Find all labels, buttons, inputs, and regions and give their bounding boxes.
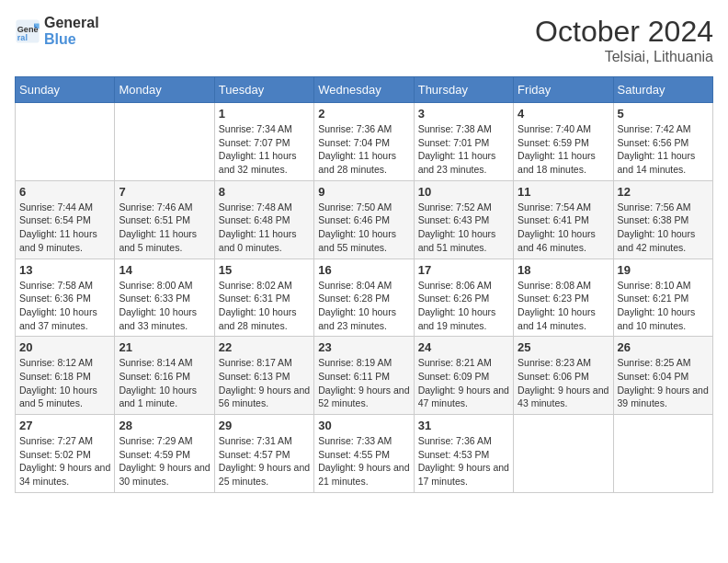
weekday-sunday: Sunday <box>16 77 115 103</box>
day-number: 11 <box>518 185 609 199</box>
day-number: 16 <box>318 263 409 277</box>
day-info: Sunrise: 7:38 AMSunset: 7:01 PMDaylight:… <box>418 122 509 177</box>
day-number: 10 <box>418 185 509 199</box>
calendar-cell: 4Sunrise: 7:40 AMSunset: 6:59 PMDaylight… <box>514 103 613 181</box>
logo-text-general: General <box>44 15 99 31</box>
weekday-header-row: SundayMondayTuesdayWednesdayThursdayFrid… <box>16 77 713 103</box>
day-number: 29 <box>219 419 310 432</box>
calendar-cell: 10Sunrise: 7:52 AMSunset: 6:43 PMDayligh… <box>414 180 513 259</box>
day-info: Sunrise: 8:12 AMSunset: 6:18 PMDaylight:… <box>19 356 110 410</box>
page-header: Gene ral General Blue October 2024 Telsi… <box>15 15 713 65</box>
day-number: 31 <box>418 419 509 432</box>
day-number: 26 <box>618 340 709 354</box>
day-info: Sunrise: 7:36 AMSunset: 7:04 PMDaylight:… <box>318 122 409 177</box>
day-info: Sunrise: 7:44 AMSunset: 6:54 PMDaylight:… <box>19 201 110 255</box>
day-info: Sunrise: 8:19 AMSunset: 6:11 PMDaylight:… <box>318 356 409 410</box>
day-number: 1 <box>219 107 310 121</box>
calendar-cell <box>16 103 115 181</box>
weekday-saturday: Saturday <box>613 77 712 103</box>
weekday-friday: Friday <box>514 77 613 103</box>
calendar-cell <box>613 415 712 493</box>
day-number: 8 <box>219 185 310 199</box>
logo-text-blue: Blue <box>44 31 99 48</box>
calendar-cell: 19Sunrise: 8:10 AMSunset: 6:21 PMDayligh… <box>613 259 712 337</box>
calendar-cell: 11Sunrise: 7:54 AMSunset: 6:41 PMDayligh… <box>514 180 613 259</box>
day-info: Sunrise: 8:21 AMSunset: 6:09 PMDaylight:… <box>418 356 509 410</box>
calendar-table: SundayMondayTuesdayWednesdayThursdayFrid… <box>15 76 713 493</box>
calendar-cell: 3Sunrise: 7:38 AMSunset: 7:01 PMDaylight… <box>414 103 513 181</box>
calendar-cell: 16Sunrise: 8:04 AMSunset: 6:28 PMDayligh… <box>314 259 414 337</box>
calendar-cell: 2Sunrise: 7:36 AMSunset: 7:04 PMDaylight… <box>314 103 414 181</box>
day-number: 6 <box>19 185 110 199</box>
day-info: Sunrise: 8:14 AMSunset: 6:16 PMDaylight:… <box>119 356 210 410</box>
day-number: 9 <box>318 185 409 199</box>
day-info: Sunrise: 7:50 AMSunset: 6:46 PMDaylight:… <box>318 201 409 255</box>
calendar-cell: 7Sunrise: 7:46 AMSunset: 6:51 PMDaylight… <box>115 180 214 259</box>
day-number: 20 <box>19 340 110 354</box>
day-info: Sunrise: 7:46 AMSunset: 6:51 PMDaylight:… <box>119 201 210 255</box>
day-info: Sunrise: 7:54 AMSunset: 6:41 PMDaylight:… <box>518 201 609 255</box>
calendar-cell: 26Sunrise: 8:25 AMSunset: 6:04 PMDayligh… <box>613 337 712 415</box>
weekday-wednesday: Wednesday <box>314 77 414 103</box>
day-info: Sunrise: 7:31 AMSunset: 4:57 PMDaylight:… <box>219 434 310 488</box>
logo-icon: Gene ral <box>15 18 40 44</box>
day-number: 14 <box>119 263 210 277</box>
day-number: 3 <box>418 107 509 121</box>
week-row-1: 1Sunrise: 7:34 AMSunset: 7:07 PMDaylight… <box>16 103 713 181</box>
day-info: Sunrise: 8:23 AMSunset: 6:06 PMDaylight:… <box>518 356 609 410</box>
day-number: 7 <box>119 185 210 199</box>
weekday-tuesday: Tuesday <box>214 77 313 103</box>
day-info: Sunrise: 8:08 AMSunset: 6:23 PMDaylight:… <box>518 279 609 333</box>
day-info: Sunrise: 7:52 AMSunset: 6:43 PMDaylight:… <box>418 201 509 255</box>
calendar-cell: 8Sunrise: 7:48 AMSunset: 6:48 PMDaylight… <box>214 180 313 259</box>
day-info: Sunrise: 7:56 AMSunset: 6:38 PMDaylight:… <box>618 201 709 255</box>
calendar-body: 1Sunrise: 7:34 AMSunset: 7:07 PMDaylight… <box>16 103 713 493</box>
week-row-4: 20Sunrise: 8:12 AMSunset: 6:18 PMDayligh… <box>16 337 713 415</box>
day-number: 17 <box>418 263 509 277</box>
calendar-cell: 9Sunrise: 7:50 AMSunset: 6:46 PMDaylight… <box>314 180 414 259</box>
week-row-3: 13Sunrise: 7:58 AMSunset: 6:36 PMDayligh… <box>16 259 713 337</box>
day-info: Sunrise: 7:29 AMSunset: 4:59 PMDaylight:… <box>119 434 210 488</box>
day-info: Sunrise: 8:02 AMSunset: 6:31 PMDaylight:… <box>219 279 310 333</box>
day-number: 2 <box>318 107 409 121</box>
day-number: 15 <box>219 263 310 277</box>
day-info: Sunrise: 8:25 AMSunset: 6:04 PMDaylight:… <box>618 356 709 410</box>
day-number: 23 <box>318 340 409 354</box>
calendar-cell: 27Sunrise: 7:27 AMSunset: 5:02 PMDayligh… <box>16 415 115 493</box>
day-number: 19 <box>618 263 709 277</box>
calendar-cell: 14Sunrise: 8:00 AMSunset: 6:33 PMDayligh… <box>115 259 214 337</box>
calendar-cell: 13Sunrise: 7:58 AMSunset: 6:36 PMDayligh… <box>16 259 115 337</box>
day-number: 5 <box>618 107 709 121</box>
day-number: 27 <box>19 419 110 432</box>
title-section: October 2024 Telsiai, Lithuania <box>535 15 713 65</box>
day-number: 4 <box>518 107 609 121</box>
weekday-thursday: Thursday <box>414 77 513 103</box>
calendar-header: SundayMondayTuesdayWednesdayThursdayFrid… <box>16 77 713 103</box>
calendar-cell: 24Sunrise: 8:21 AMSunset: 6:09 PMDayligh… <box>414 337 513 415</box>
calendar-cell: 5Sunrise: 7:42 AMSunset: 6:56 PMDaylight… <box>613 103 712 181</box>
weekday-monday: Monday <box>115 77 214 103</box>
day-number: 30 <box>318 419 409 432</box>
calendar-cell: 30Sunrise: 7:33 AMSunset: 4:55 PMDayligh… <box>314 415 414 493</box>
calendar-cell <box>514 415 613 493</box>
svg-text:ral: ral <box>17 32 28 41</box>
calendar-cell: 23Sunrise: 8:19 AMSunset: 6:11 PMDayligh… <box>314 337 414 415</box>
calendar-cell: 1Sunrise: 7:34 AMSunset: 7:07 PMDaylight… <box>214 103 313 181</box>
day-info: Sunrise: 7:40 AMSunset: 6:59 PMDaylight:… <box>518 122 609 177</box>
day-number: 18 <box>518 263 609 277</box>
calendar-cell: 6Sunrise: 7:44 AMSunset: 6:54 PMDaylight… <box>16 180 115 259</box>
day-info: Sunrise: 8:10 AMSunset: 6:21 PMDaylight:… <box>618 279 709 333</box>
day-number: 25 <box>518 340 609 354</box>
day-number: 28 <box>119 419 210 432</box>
logo: Gene ral General Blue <box>15 15 99 47</box>
calendar-cell: 21Sunrise: 8:14 AMSunset: 6:16 PMDayligh… <box>115 337 214 415</box>
day-number: 22 <box>219 340 310 354</box>
day-info: Sunrise: 8:17 AMSunset: 6:13 PMDaylight:… <box>219 356 310 410</box>
day-number: 21 <box>119 340 210 354</box>
day-info: Sunrise: 8:06 AMSunset: 6:26 PMDaylight:… <box>418 279 509 333</box>
month-title: October 2024 <box>535 15 713 49</box>
calendar-cell: 31Sunrise: 7:36 AMSunset: 4:53 PMDayligh… <box>414 415 513 493</box>
calendar-cell: 12Sunrise: 7:56 AMSunset: 6:38 PMDayligh… <box>613 180 712 259</box>
day-info: Sunrise: 7:33 AMSunset: 4:55 PMDaylight:… <box>318 434 409 488</box>
calendar-cell: 17Sunrise: 8:06 AMSunset: 6:26 PMDayligh… <box>414 259 513 337</box>
